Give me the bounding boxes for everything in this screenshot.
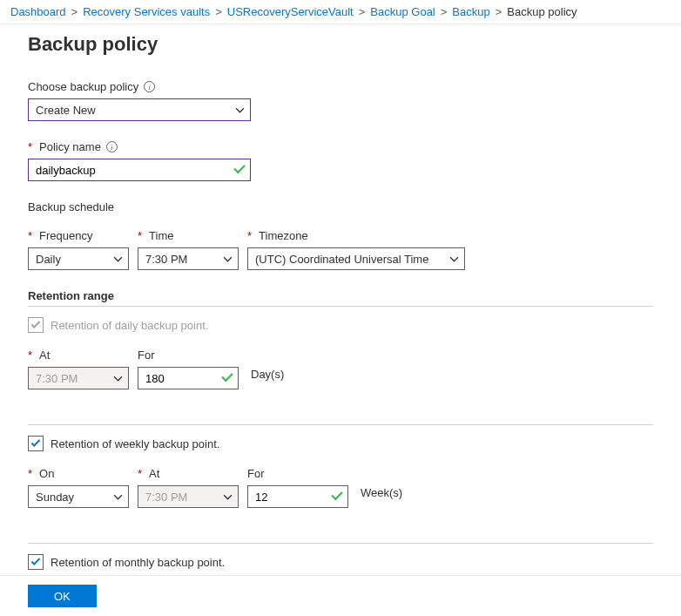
backup-schedule-heading: Backup schedule bbox=[28, 200, 114, 213]
timezone-select[interactable]: (UTC) Coordinated Universal Time bbox=[247, 247, 465, 270]
weekly-at-label: At bbox=[149, 467, 159, 480]
policy-name-label: Policy name bbox=[39, 140, 101, 153]
footer: OK bbox=[0, 575, 681, 616]
breadcrumb-link-goal[interactable]: Backup Goal bbox=[370, 5, 435, 18]
required-marker: * bbox=[28, 229, 32, 242]
time-value: 7:30 PM bbox=[145, 253, 187, 266]
chevron-down-icon bbox=[449, 254, 459, 264]
required-marker: * bbox=[28, 140, 32, 153]
chevron-down-icon bbox=[223, 492, 233, 502]
daily-for-field[interactable] bbox=[145, 368, 217, 389]
timezone-label: Timezone bbox=[259, 229, 308, 242]
chevron-right-icon: > bbox=[441, 5, 448, 18]
time-select[interactable]: 7:30 PM bbox=[138, 247, 239, 270]
breadcrumb-current: Backup policy bbox=[507, 5, 576, 18]
required-marker: * bbox=[138, 229, 142, 242]
chevron-right-icon: > bbox=[71, 5, 78, 18]
timezone-value: (UTC) Coordinated Universal Time bbox=[255, 253, 428, 266]
daily-unit: Day(s) bbox=[247, 368, 284, 381]
frequency-label: Frequency bbox=[39, 229, 92, 242]
daily-for-input[interactable] bbox=[138, 367, 239, 389]
choose-policy-select[interactable]: Create New bbox=[28, 98, 251, 121]
weekly-retention-checkbox[interactable] bbox=[28, 436, 44, 451]
required-marker: * bbox=[28, 467, 32, 480]
divider bbox=[28, 306, 653, 307]
ok-button[interactable]: OK bbox=[28, 585, 97, 607]
weekly-unit: Week(s) bbox=[357, 486, 402, 499]
chevron-down-icon bbox=[113, 492, 123, 502]
monthly-retention-label: Retention of monthly backup point. bbox=[51, 556, 225, 569]
divider bbox=[28, 424, 653, 425]
breadcrumb-link-rsvaults[interactable]: Recovery Services vaults bbox=[83, 5, 210, 18]
weekly-for-input[interactable] bbox=[247, 485, 348, 508]
policy-name-field[interactable] bbox=[36, 159, 229, 180]
breadcrumb-link-dashboard[interactable]: Dashboard bbox=[10, 5, 66, 18]
required-marker: * bbox=[28, 349, 32, 362]
chevron-down-icon bbox=[113, 374, 123, 383]
monthly-retention-checkbox[interactable] bbox=[28, 554, 44, 570]
breadcrumb: Dashboard > Recovery Services vaults > U… bbox=[0, 0, 681, 24]
weekly-retention-label: Retention of weekly backup point. bbox=[51, 437, 219, 450]
retention-range-heading: Retention range bbox=[28, 289, 653, 302]
daily-retention-checkbox bbox=[28, 317, 44, 333]
breadcrumb-link-vault[interactable]: USRecoveryServiceVault bbox=[227, 5, 354, 18]
weekly-on-value: Sunday bbox=[36, 491, 74, 504]
daily-at-value: 7:30 PM bbox=[36, 372, 78, 385]
choose-policy-value: Create New bbox=[36, 104, 96, 117]
daily-at-select: 7:30 PM bbox=[28, 367, 129, 389]
frequency-value: Daily bbox=[36, 253, 61, 266]
chevron-down-icon bbox=[113, 254, 123, 264]
info-icon[interactable]: i bbox=[144, 81, 155, 92]
chevron-right-icon: > bbox=[496, 5, 502, 18]
time-label: Time bbox=[149, 229, 173, 242]
divider bbox=[28, 543, 653, 544]
chevron-down-icon bbox=[223, 254, 233, 264]
chevron-right-icon: > bbox=[359, 5, 366, 18]
daily-at-label: At bbox=[39, 349, 50, 362]
policy-name-input[interactable] bbox=[28, 159, 251, 181]
chevron-down-icon bbox=[235, 105, 245, 115]
required-marker: * bbox=[138, 467, 142, 480]
info-icon[interactable]: i bbox=[106, 141, 118, 152]
page-body: Backup policy Choose backup policy i Cre… bbox=[0, 24, 681, 594]
breadcrumb-link-backup[interactable]: Backup bbox=[452, 5, 489, 18]
weekly-for-label: For bbox=[247, 467, 265, 480]
frequency-select[interactable]: Daily bbox=[28, 247, 129, 270]
chevron-right-icon: > bbox=[215, 5, 222, 18]
daily-for-label: For bbox=[138, 349, 155, 362]
weekly-for-field[interactable] bbox=[255, 486, 327, 507]
daily-retention-label: Retention of daily backup point. bbox=[51, 319, 208, 332]
choose-policy-label: Choose backup policy bbox=[28, 80, 138, 93]
weekly-on-label: On bbox=[39, 467, 54, 480]
weekly-at-select: 7:30 PM bbox=[138, 485, 239, 508]
page-title: Backup policy bbox=[28, 33, 653, 56]
weekly-at-value: 7:30 PM bbox=[145, 491, 187, 504]
required-marker: * bbox=[247, 229, 252, 242]
weekly-on-select[interactable]: Sunday bbox=[28, 485, 129, 508]
